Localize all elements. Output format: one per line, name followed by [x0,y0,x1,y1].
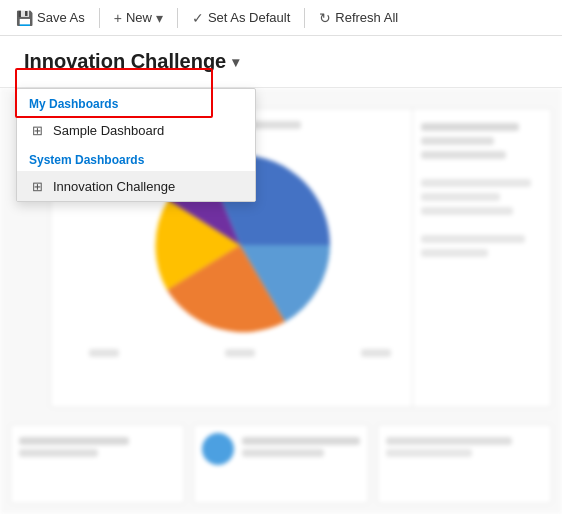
set-as-default-label: Set As Default [208,10,290,25]
sample-dashboard-label: Sample Dashboard [53,123,164,138]
save-as-label: Save As [37,10,85,25]
system-dashboards-section: System Dashboards [17,145,255,171]
sample-dashboard-icon: ⊞ [29,122,45,138]
new-button[interactable]: + New ▾ [106,6,171,30]
sample-dashboard-item[interactable]: ⊞ Sample Dashboard [17,115,255,145]
save-icon: 💾 [16,10,33,26]
dashboard-header: Innovation Challenge ▾ [0,36,562,88]
save-as-button[interactable]: 💾 Save As [8,6,93,30]
innovation-challenge-item[interactable]: ⊞ Innovation Challenge [17,171,255,201]
dashboard-title-button[interactable]: Innovation Challenge ▾ [16,46,247,77]
divider-3 [304,8,305,28]
refresh-icon: ↻ [319,10,331,26]
innovation-challenge-icon: ⊞ [29,178,45,194]
title-chevron-icon: ▾ [232,54,239,70]
refresh-all-button[interactable]: ↻ Refresh All [311,6,406,30]
innovation-challenge-label: Innovation Challenge [53,179,175,194]
dashboard-title: Innovation Challenge [24,50,226,73]
toolbar: 💾 Save As + New ▾ ✓ Set As Default ↻ Ref… [0,0,562,36]
divider-2 [177,8,178,28]
set-as-default-button[interactable]: ✓ Set As Default [184,6,298,30]
dropdown-menu: My Dashboards ⊞ Sample Dashboard System … [16,88,256,202]
new-chevron-icon: ▾ [156,10,163,26]
refresh-all-label: Refresh All [335,10,398,25]
check-icon: ✓ [192,10,204,26]
my-dashboards-section: My Dashboards [17,89,255,115]
new-label: New [126,10,152,25]
divider-1 [99,8,100,28]
new-icon: + [114,10,122,26]
